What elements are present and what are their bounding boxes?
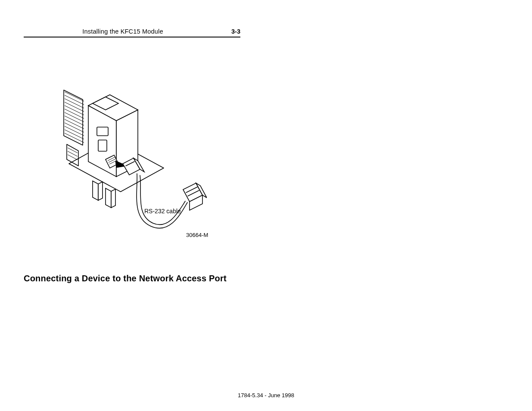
module-svg: [52, 80, 207, 243]
module-figure: [52, 80, 207, 243]
header-page-number: 3-3: [231, 28, 240, 35]
header-rule: [24, 37, 240, 37]
figure-cable-label: RS-232 cable: [144, 208, 181, 215]
figure-id-label: 30664-M: [186, 232, 208, 238]
page-footer: 1784-5.34 - June 1998: [0, 392, 532, 399]
section-heading: Connecting a Device to the Network Acces…: [24, 274, 227, 283]
running-header: Installing the KFC15 Module 3-3: [24, 28, 240, 35]
document-page: Installing the KFC15 Module 3-3: [0, 0, 532, 411]
header-chapter-title: Installing the KFC15 Module: [24, 28, 222, 35]
